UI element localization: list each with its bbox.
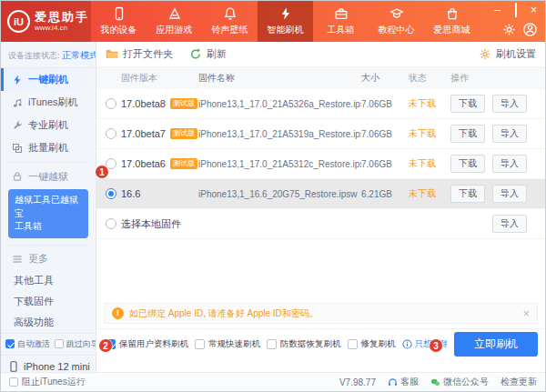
checkbox-unchecked-icon bbox=[348, 339, 358, 349]
nav-my-devices[interactable]: 我的设备 bbox=[91, 1, 147, 42]
flash-settings-button[interactable]: 刷机设置 bbox=[479, 47, 536, 61]
window-controls: – × bbox=[492, 5, 539, 15]
import-button[interactable]: 导入 bbox=[492, 215, 527, 233]
radio-checked[interactable] bbox=[106, 188, 116, 199]
option-repair-flash[interactable]: 修复刷机 bbox=[348, 338, 396, 350]
download-button[interactable]: 下载 bbox=[450, 125, 485, 143]
radio-unchecked[interactable] bbox=[106, 218, 116, 229]
check-update-link[interactable]: 检查更新 bbox=[500, 376, 537, 388]
lock-icon bbox=[12, 171, 23, 182]
firmware-status: 未下载 bbox=[409, 127, 450, 140]
nav-tutorial-center[interactable]: 教程中心 bbox=[369, 1, 424, 42]
app-logo: iU 爱思助手 www.i4.cn bbox=[1, 1, 91, 42]
firmware-name: iPhone13,1_17.0_21A5319a_Restore.ipsw bbox=[198, 129, 361, 139]
nav-ringtones-wallpapers[interactable]: 铃声壁纸 bbox=[202, 1, 258, 42]
toolbox-icon bbox=[334, 6, 349, 21]
sidebar-group-oneclick-jailbreak[interactable]: 一键越狱 bbox=[1, 166, 96, 187]
skip-wizard-label: 跳过向导 bbox=[66, 338, 96, 350]
brand-name: 爱思助手 bbox=[35, 11, 89, 25]
firmware-row[interactable]: 17.0beta8 测试版 iPhone13,1_17.0_21A5326a_R… bbox=[96, 89, 545, 119]
option-label: 常规快速刷机 bbox=[208, 338, 260, 350]
check-update-label: 检查更新 bbox=[500, 376, 537, 388]
column-header-action: 操作 bbox=[450, 72, 545, 85]
download-button[interactable]: 下载 bbox=[450, 185, 485, 203]
customer-service-link[interactable]: 客服 bbox=[388, 376, 419, 388]
firmware-row-selected[interactable]: 16.6 iPhone13,1_16.6_20G75_Restore.ipsw … bbox=[96, 179, 545, 209]
device-name: iPhone 12 mini bbox=[24, 361, 90, 372]
sidebar-item-pro-flash[interactable]: 专业刷机 bbox=[1, 114, 96, 136]
download-button[interactable]: 下载 bbox=[450, 155, 485, 173]
gear-icon bbox=[479, 48, 491, 60]
folder-icon bbox=[106, 48, 118, 60]
wechat-label: 微信公众号 bbox=[443, 376, 489, 388]
status-bar-links: V7.98.77 客服 微信公众号 检查更新 bbox=[339, 376, 537, 388]
nav-toolbox[interactable]: 工具箱 bbox=[313, 1, 369, 42]
checkbox-checked-icon bbox=[5, 339, 15, 348]
firmware-row[interactable]: 17.0beta6 测试版 iPhone13,1_17.0_21A5312c_R… bbox=[96, 149, 545, 179]
beta-badge: 测试版 bbox=[170, 98, 197, 109]
annotation-marker-1: 1 bbox=[96, 166, 108, 178]
apps-icon bbox=[167, 6, 182, 21]
download-button[interactable]: 下载 bbox=[450, 95, 485, 113]
column-header-version: 固件版本 bbox=[96, 72, 198, 85]
shopping-bag-icon bbox=[445, 6, 460, 21]
minimize-button[interactable]: – bbox=[492, 5, 502, 15]
sidebar-item-label: iTunes刷机 bbox=[28, 95, 78, 109]
firmware-version: 17.0beta6 bbox=[121, 158, 166, 169]
close-icon[interactable]: × bbox=[522, 307, 530, 319]
option-anti-data-recovery[interactable]: 防数据恢复刷机 bbox=[267, 338, 341, 350]
firmware-row[interactable]: 17.0beta7 测试版 iPhone13,1_17.0_21A5319a_R… bbox=[96, 119, 545, 149]
import-button[interactable]: 导入 bbox=[492, 185, 527, 203]
sidebar-item-label: 高级功能 bbox=[14, 316, 54, 329]
nav-smart-flash[interactable]: 智能刷机 bbox=[258, 1, 313, 42]
settings-gear-icon[interactable] bbox=[502, 23, 516, 36]
import-button[interactable]: 导入 bbox=[492, 125, 527, 143]
sidebar-item-batch-flash[interactable]: 批量刷机 bbox=[1, 136, 96, 159]
nav-apps-games[interactable]: 应用游戏 bbox=[147, 1, 202, 42]
open-folder-label: 打开文件夹 bbox=[123, 47, 173, 61]
import-button[interactable]: 导入 bbox=[492, 155, 527, 173]
header-quick-icons bbox=[502, 23, 537, 36]
refresh-icon bbox=[189, 48, 202, 60]
local-firmware-row[interactable]: 选择本地固件 导入 bbox=[96, 209, 545, 239]
option-normal-quick-flash[interactable]: 常规快速刷机 bbox=[195, 338, 260, 350]
firmware-size: 7.06GB bbox=[361, 99, 409, 109]
nav-i4-mall[interactable]: 爱思商城 bbox=[424, 1, 480, 42]
refresh-button[interactable]: 刷新 bbox=[189, 47, 227, 61]
sidebar-item-label: 一键刷机 bbox=[28, 73, 68, 86]
block-itunes-checkbox[interactable]: 阻止iTunes运行 bbox=[9, 376, 86, 388]
sidebar-item-label: 其他工具 bbox=[14, 274, 54, 287]
skip-wizard-checkbox[interactable]: 跳过向导 bbox=[55, 338, 96, 350]
sidebar-jailbreak-toolbox-banner[interactable]: 越狱工具已越狱宝 工具箱 bbox=[8, 189, 88, 238]
checkbox-unchecked-icon bbox=[9, 377, 18, 387]
user-account-icon[interactable] bbox=[523, 23, 537, 36]
music-note-icon bbox=[12, 97, 23, 108]
sidebar-item-download-firmware[interactable]: 下载固件 bbox=[1, 291, 96, 312]
column-header-name: 固件名称 bbox=[198, 72, 361, 85]
firmware-version: 16.6 bbox=[121, 188, 140, 199]
notice-bar: ! 如已绑定 Apple ID, 请准备好 Apple ID和密码。 × bbox=[104, 303, 538, 324]
column-header-size: 大小 bbox=[361, 72, 409, 85]
firmware-name: iPhone13,1_17.0_21A5312c_Restore.ipsw bbox=[198, 159, 361, 169]
radio-unchecked[interactable] bbox=[106, 98, 116, 109]
hamburger-menu-icon bbox=[12, 254, 23, 265]
sidebar-item-itunes-flash[interactable]: iTunes刷机 bbox=[1, 91, 96, 114]
radio-unchecked[interactable] bbox=[106, 128, 116, 139]
import-button[interactable]: 导入 bbox=[492, 95, 527, 113]
sidebar-item-other-tools[interactable]: 其他工具 bbox=[1, 270, 96, 291]
close-button[interactable]: × bbox=[529, 5, 539, 15]
sidebar-item-advanced-features[interactable]: 高级功能 bbox=[1, 312, 96, 333]
sidebar-group-more[interactable]: 更多 bbox=[1, 248, 96, 270]
wechat-link[interactable]: 微信公众号 bbox=[430, 376, 489, 388]
firmware-status: 未下载 bbox=[409, 157, 450, 170]
nav-label: 爱思商城 bbox=[434, 24, 470, 36]
flash-now-button[interactable]: 立即刷机 bbox=[454, 332, 538, 357]
option-keep-user-data[interactable]: 保留用户资料刷机 bbox=[106, 338, 188, 350]
layers-icon bbox=[12, 143, 23, 154]
flash-mode-options: 保留用户资料刷机 常规快速刷机 防数据恢复刷机 修复刷机 只想抹除数据? bbox=[106, 338, 447, 350]
maximize-button[interactable] bbox=[511, 5, 521, 15]
sidebar-item-oneclick-flash[interactable]: 一键刷机 bbox=[1, 68, 96, 91]
open-folder-button[interactable]: 打开文件夹 bbox=[106, 47, 173, 61]
app-window: iU 爱思助手 www.i4.cn 我的设备 应用游戏 铃声壁纸 智能刷机 bbox=[0, 0, 546, 392]
auto-activate-checkbox[interactable]: 自动激活 bbox=[5, 338, 50, 350]
